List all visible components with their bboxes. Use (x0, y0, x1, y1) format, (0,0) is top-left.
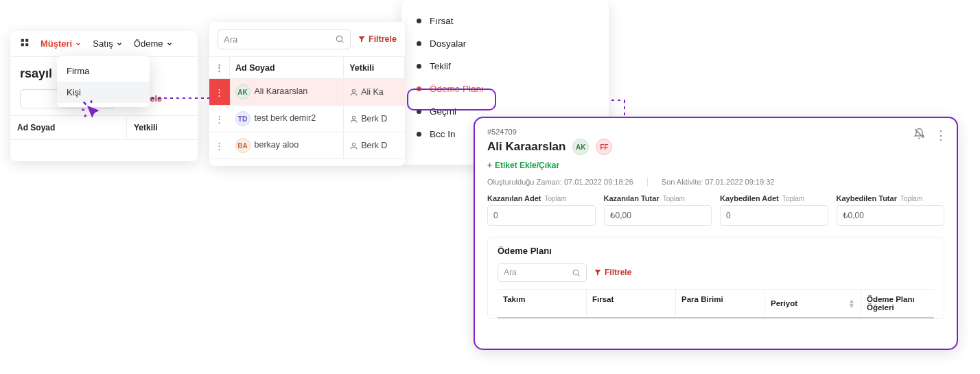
svg-point-16 (352, 116, 355, 119)
tab-firsat[interactable]: Fırsat (401, 10, 609, 32)
person-name: berkay aloo (255, 140, 299, 150)
dropdown-item-firma[interactable]: Firma (57, 60, 150, 82)
svg-rect-5 (21, 43, 24, 46)
filter-icon (594, 268, 602, 277)
col-takim[interactable]: Takım (498, 290, 587, 317)
avatar-chip: AK (572, 139, 589, 155)
apps-grid-icon[interactable] (20, 38, 30, 49)
filter-button[interactable]: Filtrele (358, 34, 397, 44)
sort-icon: ▲▼ (848, 299, 855, 308)
stat-kazanilan-adet: Kazanılan Adet Toplam 0 (487, 194, 596, 226)
yetkili-name: Berk D (361, 114, 387, 124)
musteri-dropdown: Firma Kişi (57, 56, 150, 107)
tab-dosyalar[interactable]: Dosyalar (401, 32, 609, 55)
row-handle[interactable]: ⋮ (209, 106, 230, 132)
section-search-input[interactable]: Ara (498, 263, 587, 282)
row-handle[interactable]: ⋮ (209, 79, 230, 106)
svg-line-14 (342, 41, 344, 43)
filter-icon (358, 35, 366, 43)
detail-panel: ⋮ #524709 Ali Karaarslan AK FF + Etiket … (474, 117, 958, 350)
row-handle[interactable]: ⋮ (209, 132, 230, 159)
avatar: BA (235, 138, 250, 153)
yetkili-name: Ali Ka (361, 87, 384, 97)
tab-odeme-plani[interactable]: Ödeme Planı (401, 78, 609, 100)
navbar: Müşteri Satış Ödeme (10, 31, 198, 57)
meta-line: Oluşturulduğu Zaman: 07.01.2022 09:18:26… (487, 178, 944, 186)
col-yetkili[interactable]: Yetkili (127, 116, 198, 139)
svg-line-12 (84, 115, 86, 117)
svg-line-9 (84, 102, 86, 105)
svg-rect-4 (25, 39, 28, 42)
nav-satis[interactable]: Satış (93, 38, 123, 49)
add-tag-label: Etiket Ekle/Çıkar (495, 161, 559, 170)
col-ogeler[interactable]: Ödeme Planı Öğeleri (861, 290, 934, 317)
svg-rect-3 (21, 39, 24, 42)
filter-label: Filtrele (369, 34, 397, 44)
cursor-click-icon (81, 100, 102, 120)
nav-musteri-label: Müşteri (40, 38, 72, 49)
tab-teklif[interactable]: Teklif (401, 55, 609, 78)
person-icon (349, 115, 358, 124)
table-row[interactable]: ⋮ TDtest berk demir2 Berk D (209, 106, 405, 132)
add-tag-button[interactable]: + Etiket Ekle/Çıkar (487, 161, 559, 170)
nav-musteri[interactable]: Müşteri (40, 38, 82, 49)
chevron-down-icon (166, 40, 173, 47)
chevron-down-icon (75, 40, 82, 47)
search-input[interactable]: Ara (218, 29, 351, 49)
svg-point-19 (573, 270, 579, 275)
chevron-down-icon (116, 40, 123, 47)
table-row[interactable]: ⋮ AKAli Karaarslan Ali Ka (209, 79, 405, 106)
section-title: Ödeme Planı (498, 246, 934, 256)
yetkili-name: Berk D (361, 141, 387, 150)
stat-kazanilan-tutar: Kazanılan Tutar Toplam ₺0,00 (604, 194, 712, 226)
nav-odeme[interactable]: Ödeme (134, 38, 173, 49)
search-icon (335, 34, 345, 44)
table-header: Ad Soyad Yetkili (10, 115, 198, 140)
col-handle[interactable]: ⋮ (209, 57, 230, 79)
search-icon (572, 268, 581, 277)
col-ad-soyad[interactable]: Ad Soyad (10, 116, 127, 139)
col-yetkili[interactable]: Yetkili (344, 57, 405, 79)
avatar: AK (235, 84, 250, 100)
stat-kaybedilen-adet: Kaybedilen Adet Toplam 0 (720, 194, 828, 226)
odeme-plani-section: Ödeme Planı Ara Filtrele Takım Fırsat Pa… (487, 237, 944, 319)
search-placeholder: Ara (224, 34, 237, 45)
stat-kaybedilen-tutar: Kaybedilen Tutar Toplam ₺0,00 (837, 194, 945, 226)
svg-rect-6 (25, 43, 28, 46)
stat-value: ₺0,00 (604, 205, 712, 226)
people-table: ⋮ Ad Soyad Yetkili ⋮ AKAli Karaarslan Al… (209, 56, 405, 159)
record-id: #524709 (487, 128, 944, 136)
section-filter-button[interactable]: Filtrele (594, 268, 631, 277)
svg-point-17 (352, 143, 355, 145)
nav-satis-label: Satış (93, 38, 113, 49)
people-table-panel: Ara Filtrele ⋮ Ad Soyad Yetkili ⋮ AKAli … (209, 22, 405, 166)
dropdown-item-kisi[interactable]: Kişi (57, 82, 150, 103)
person-name: test berk demir2 (255, 113, 316, 123)
svg-point-15 (352, 89, 355, 92)
stat-value: 0 (487, 205, 596, 226)
record-title: Ali Karaarslan (487, 140, 565, 154)
avatar: TD (235, 111, 250, 126)
stat-value: ₺0,00 (837, 205, 945, 226)
nav-odeme-label: Ödeme (134, 38, 163, 49)
svg-point-13 (336, 36, 342, 41)
bell-off-icon[interactable] (913, 128, 925, 142)
person-icon (349, 141, 358, 150)
person-icon (349, 88, 358, 97)
table-row[interactable]: ⋮ BAberkay aloo Berk D (209, 132, 405, 159)
person-name: Ali Karaarslan (255, 86, 308, 96)
plus-icon: + (487, 161, 492, 170)
col-para-birimi[interactable]: Para Birimi (676, 290, 765, 317)
svg-line-20 (578, 274, 579, 276)
col-ad-soyad[interactable]: Ad Soyad (230, 57, 344, 79)
col-firsat[interactable]: Fırsat (587, 290, 676, 317)
avatar-chip: FF (596, 139, 612, 155)
stat-value: 0 (720, 205, 828, 226)
section-table-header: Takım Fırsat Para Birimi Periyot▲▼ Ödeme… (498, 289, 934, 318)
more-icon[interactable]: ⋮ (935, 129, 947, 141)
col-periyot[interactable]: Periyot▲▼ (765, 290, 861, 317)
